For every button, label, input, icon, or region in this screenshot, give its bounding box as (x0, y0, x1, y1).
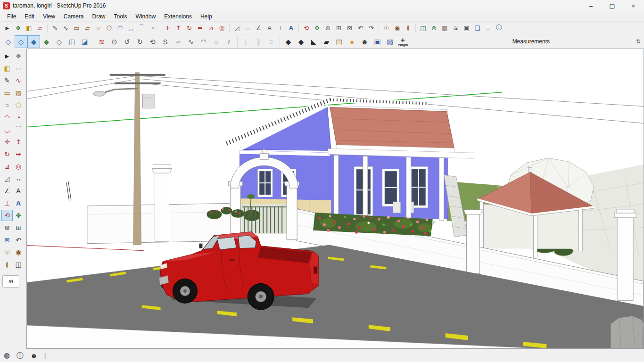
two-point-arc-tool-icon[interactable]: ◡ (125, 23, 136, 33)
separator[interactable] (47, 24, 48, 33)
offset-tool[interactable]: ◎ (13, 161, 24, 172)
section-plane-tool-icon[interactable]: ◫ (418, 23, 429, 33)
paint-bucket-icon[interactable]: ◧ (24, 23, 34, 33)
credits-icon[interactable]: ⓘ (17, 351, 24, 360)
close-button[interactable]: × (623, 0, 644, 11)
scale-tool[interactable]: ⊿ (1, 161, 13, 172)
eraser-tool[interactable]: ▱ (13, 63, 24, 74)
solid-subtract-icon[interactable]: ◆ (295, 35, 307, 48)
protractor-tool-icon[interactable]: ∠ (253, 23, 264, 33)
toolbar-options-icon[interactable]: ⇅ (635, 38, 642, 45)
sketchy-edges-icon[interactable]: ≋ (95, 35, 108, 48)
layout-icon[interactable]: ▣ (371, 35, 384, 48)
separator[interactable] (160, 24, 160, 33)
orbit-tool-icon[interactable]: ⟲ (301, 23, 312, 33)
maximize-button[interactable]: ▢ (602, 0, 623, 11)
style-shaded-icon[interactable]: ◆ (27, 35, 40, 48)
push-pull-tool-icon[interactable]: ↥ (173, 23, 184, 33)
spline-tool-icon[interactable]: ∿ (184, 35, 197, 48)
solid-trim-icon[interactable]: ◣ (307, 35, 320, 48)
solid-intersect-icon[interactable]: ▰ (320, 35, 333, 48)
spiral-tool-icon[interactable]: ⟲ (146, 35, 159, 48)
pan-tool[interactable]: ✥ (13, 210, 24, 221)
three-point-arc-tool-icon[interactable]: ⌒ (136, 23, 147, 33)
line-tool-icon[interactable]: ✎ (50, 23, 60, 33)
shadows-toggle-icon[interactable]: ▦ (439, 23, 450, 33)
axes-tool[interactable]: ⊥ (1, 197, 13, 209)
menu-draw[interactable]: Draw (88, 12, 110, 21)
polyline-tool-icon[interactable]: ≀ (223, 35, 235, 48)
axes-tool-icon[interactable]: ⊥ (275, 23, 286, 33)
style-wireframe-icon[interactable]: ◇ (2, 35, 15, 48)
menu-file[interactable]: File (3, 12, 20, 21)
menu-extensions[interactable]: Extensions (160, 12, 196, 21)
make-component-tool[interactable]: ❖ (13, 50, 24, 62)
rotate-tool[interactable]: ↻ (1, 148, 13, 160)
menu-edit[interactable]: Edit (20, 12, 39, 21)
layers-icon[interactable]: ≡ (483, 23, 494, 33)
separator[interactable] (93, 36, 93, 47)
ai-plugin-button[interactable]: ai (2, 275, 19, 288)
pie-tool[interactable]: ◔ (13, 112, 24, 123)
minimize-button[interactable]: – (580, 0, 602, 11)
component-sphere-icon[interactable]: ● (346, 35, 358, 48)
three-point-arc-tool[interactable]: ⌒ (13, 124, 24, 135)
separator[interactable] (379, 24, 379, 33)
push-pull-tool[interactable]: ↥ (13, 136, 24, 148)
fog-toggle-icon[interactable]: ≋ (450, 23, 461, 33)
styles-icon[interactable]: ❏ (472, 23, 483, 33)
model-info-icon[interactable]: ⓘ (494, 23, 504, 33)
separator[interactable] (229, 24, 230, 33)
eraser-icon[interactable]: ▱ (34, 23, 45, 33)
separator[interactable] (298, 24, 299, 33)
rotate-tool-icon[interactable]: ↻ (184, 23, 195, 33)
guide-tool-icon[interactable]: ∣ (239, 35, 252, 48)
look-around-tool-icon[interactable]: ◉ (392, 23, 403, 33)
zoom-extents-tool-icon[interactable]: ⊠ (344, 23, 355, 33)
tape-measure-tool-icon[interactable]: ◿ (231, 23, 242, 33)
style-textured-icon[interactable]: ◆ (40, 35, 53, 48)
model-viewport[interactable] (27, 49, 644, 348)
text-tool-icon[interactable]: A (264, 23, 275, 33)
move-tool-icon[interactable]: ✛ (162, 23, 173, 33)
position-camera-tool-icon[interactable]: ☉ (381, 23, 392, 33)
sign-in-icon[interactable]: ☻ (30, 352, 38, 360)
circle-tool[interactable]: ○ (1, 99, 13, 111)
separator[interactable] (280, 36, 280, 47)
3d-text-tool-icon[interactable]: A (286, 23, 297, 33)
match-photo-icon[interactable]: ▣ (461, 23, 472, 33)
position-camera-tool[interactable]: ☉ (1, 247, 13, 258)
style-back-edges-icon[interactable]: ◪ (78, 35, 91, 48)
menu-camera[interactable]: Camera (59, 12, 88, 21)
tape-measure-tool[interactable]: ◿ (1, 173, 13, 184)
previous-view-tool[interactable]: ↶ (13, 234, 24, 246)
separator[interactable] (415, 24, 416, 33)
zoom-tool-icon[interactable]: ⊕ (322, 23, 333, 33)
measurements-input[interactable] (554, 36, 635, 47)
helix-tool-icon[interactable]: ◌ (210, 35, 223, 48)
style-hidden-line-icon[interactable]: ◇ (15, 35, 27, 48)
paint-bucket-tool[interactable]: ◧ (1, 63, 13, 74)
style-monochrome-icon[interactable]: ◇ (53, 35, 66, 48)
menu-view[interactable]: View (39, 12, 59, 21)
zoom-window-tool[interactable]: ⊞ (13, 222, 24, 233)
rectangle-tool[interactable]: ▭ (1, 87, 13, 99)
curve-redo-icon[interactable]: ↻ (133, 35, 146, 48)
select-tool-icon[interactable]: ► (2, 23, 13, 33)
solid-union-icon[interactable]: ◆ (282, 35, 295, 48)
style-builder-icon[interactable]: ▨ (384, 35, 396, 48)
guide-grid-icon[interactable]: ≡ (265, 35, 278, 48)
zoom-extents-tool[interactable]: ⊠ (1, 234, 13, 246)
rectangle-tool-icon[interactable]: ▭ (71, 23, 82, 33)
text-tool[interactable]: A (13, 185, 24, 197)
menu-tools[interactable]: Tools (110, 12, 132, 21)
section-plane-tool[interactable]: ◫ (13, 259, 24, 270)
protractor-tool[interactable]: ∠ (1, 185, 13, 197)
menu-help[interactable]: Help (196, 12, 216, 21)
plugin-button[interactable]: +Plugin (396, 35, 409, 48)
scale-tool-icon[interactable]: ⊿ (206, 23, 216, 33)
person-icon[interactable]: ☻ (358, 35, 371, 48)
zoom-window-tool-icon[interactable]: ⊞ (333, 23, 344, 33)
shadow-strip-icon[interactable]: ▤ (333, 35, 346, 48)
freehand-tool-icon[interactable]: ∿ (60, 23, 71, 33)
